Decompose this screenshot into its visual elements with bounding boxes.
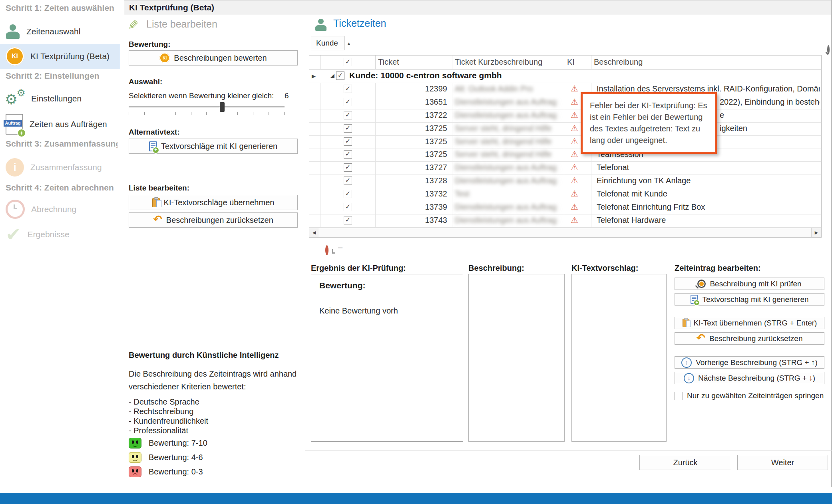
table-row[interactable]: 13725 Server steht, dringend Hilfe bbox=[309, 135, 821, 149]
description-cell: Telefonat Einrichtung Fritz Box bbox=[597, 202, 820, 212]
rating-slider-thumb[interactable] bbox=[220, 102, 225, 112]
result-heading: Bewertung: bbox=[319, 281, 463, 290]
button-label: Nächste Beschreibung (STRG + ↓) bbox=[698, 374, 815, 383]
scroll-right-arrow[interactable] bbox=[811, 228, 821, 237]
check-with-ki-button[interactable]: Beschreibung mit KI prüfen bbox=[675, 278, 824, 290]
bottom-bar bbox=[0, 493, 832, 504]
criterion: - Kundenfreundlichkeit bbox=[129, 417, 208, 426]
rating-slider-track[interactable] bbox=[129, 106, 285, 107]
textvorschlaege-generieren-button[interactable]: Textvorschläge mit KI generieren bbox=[129, 139, 298, 154]
table-row[interactable]: 13722 Dienstleistungen aus Auftrag 201..… bbox=[309, 109, 821, 123]
row-checkbox[interactable] bbox=[344, 98, 352, 106]
sidebar-item-zusammenfassung[interactable]: Zusammenfassung bbox=[0, 157, 120, 178]
table-row[interactable]: 13725 Server steht, dringend Hilfe igkei… bbox=[309, 122, 821, 136]
row-checkbox[interactable] bbox=[344, 190, 352, 198]
table-row[interactable]: 13743 Dienstleistungen aus Auftrag 204..… bbox=[309, 214, 821, 228]
row-checkbox[interactable] bbox=[344, 203, 352, 211]
select-all-checkbox[interactable] bbox=[344, 58, 352, 66]
ki-result-box: Bewertung: Keine Bewertung vorh bbox=[311, 274, 463, 442]
next-description-button[interactable]: Nächste Beschreibung (STRG + ↓) bbox=[675, 372, 824, 384]
description-cell: 2022), Einbindung in bestehende I bbox=[720, 97, 820, 107]
legend-label: Bewertung: 4-6 bbox=[149, 453, 203, 462]
panel-divider bbox=[305, 15, 305, 487]
ki-textvorschlaege-uebernehmen-button[interactable]: KI-Textvorschläge übernehmen bbox=[129, 195, 298, 210]
beschreibungen-bewerten-button[interactable]: KI Beschreibungen bewerten bbox=[129, 50, 298, 65]
rating-legend-mid: Bewertung: 4-6 bbox=[129, 452, 203, 463]
person-icon bbox=[6, 24, 20, 39]
row-checkbox[interactable] bbox=[344, 137, 352, 146]
yellow-robot-icon bbox=[129, 452, 141, 463]
sidebar-item-einstellungen[interactable]: Einstellungen bbox=[0, 89, 120, 109]
sidebar-item-abrechnung[interactable]: Abrechnung bbox=[0, 199, 120, 220]
ticket-short-redacted: Server steht, dringend Hilfe bbox=[455, 137, 559, 146]
column-header-kurzbeschreibung[interactable]: Ticket Kurzbeschreibung bbox=[455, 58, 542, 67]
magnifier-eye-icon bbox=[697, 280, 706, 288]
table-row[interactable]: 13725 Server steht, dringend Hilfe Teams… bbox=[309, 148, 821, 162]
row-checkbox[interactable] bbox=[344, 163, 352, 172]
row-checkbox[interactable] bbox=[344, 177, 352, 185]
sidebar-item-label: Zeiten aus Aufträgen bbox=[30, 119, 107, 129]
apply-ki-text-button[interactable]: KI-Text übernehmen (STRG + Enter) bbox=[675, 317, 824, 329]
auswahl-label: Auswahl: bbox=[129, 77, 162, 86]
sidebar-item-ki-textpruefung[interactable]: KI KI Textprüfung (Beta) bbox=[0, 44, 120, 69]
edit-entry-label: Zeiteintrag bearbeiten: bbox=[675, 264, 761, 273]
sidebar-item-label: Ergebnisse bbox=[28, 230, 70, 239]
table-row[interactable]: 13732 Test Telefonat mit Kunde bbox=[309, 188, 821, 201]
group-row[interactable]: Kunde: 10000 c-entron software gmbh bbox=[309, 69, 821, 83]
ticket-number: 13732 bbox=[375, 189, 447, 198]
column-header-beschreibung[interactable]: Beschreibung bbox=[594, 58, 643, 67]
button-label: Textvorschlag mit KI generieren bbox=[702, 295, 808, 304]
sidebar-item-ergebnisse[interactable]: Ergebnisse bbox=[0, 224, 120, 245]
sidebar-item-zeitenauswahl[interactable]: Zeitenauswahl bbox=[0, 22, 120, 42]
suggestion-textarea[interactable] bbox=[571, 274, 667, 442]
warning-icon bbox=[571, 97, 578, 106]
table-row[interactable]: 12399 Alt: Outlook Addin Pro Installatio… bbox=[309, 83, 821, 96]
group-checkbox[interactable] bbox=[336, 71, 344, 80]
row-checkbox[interactable] bbox=[344, 150, 352, 159]
previous-description-button[interactable]: Vorherige Beschreibung (STRG + ↑) bbox=[675, 356, 824, 369]
next-button[interactable]: Weiter bbox=[737, 455, 828, 470]
back-button[interactable]: Zurück bbox=[639, 455, 731, 470]
column-header-ki[interactable]: KI bbox=[567, 58, 575, 67]
warning-icon bbox=[571, 150, 578, 159]
ticket-short-redacted: Dienstleistungen aus Auftrag 201... bbox=[455, 176, 559, 185]
reset-description-button[interactable]: Beschreibung zurücksetzen bbox=[675, 332, 824, 345]
description-textarea[interactable] bbox=[468, 274, 565, 442]
criterion: - Rechtschreibung bbox=[129, 407, 193, 416]
liste-bearbeiten-title: Liste bearbeiten bbox=[146, 18, 217, 30]
row-checkbox[interactable] bbox=[344, 85, 352, 93]
table-row[interactable]: 13728 Dienstleistungen aus Auftrag 201..… bbox=[309, 175, 821, 188]
ticket-number: 13651 bbox=[375, 97, 447, 107]
clock-icon bbox=[6, 200, 25, 219]
rating-legend-good: Bewertung: 7-10 bbox=[129, 438, 207, 448]
table-row[interactable]: 13727 Dienstleistungen aus Auftrag 201..… bbox=[309, 161, 821, 175]
row-checkbox[interactable] bbox=[344, 124, 352, 133]
table-row[interactable]: 13651 Dienstleistungen aus Auftrag 201..… bbox=[309, 96, 821, 109]
beschreibungen-zuruecksetzen-button[interactable]: Beschreibungen zurücksetzen bbox=[129, 212, 298, 228]
panel-title: KI Textprüfung (Beta) bbox=[129, 3, 214, 12]
legend-label: Bewertung: 7-10 bbox=[149, 439, 207, 448]
button-label: KI-Text übernehmen (STRG + Enter) bbox=[694, 319, 817, 327]
rating-legend-bad: Bewertung: 0-3 bbox=[129, 466, 203, 477]
sidebar-item-label: Abrechnung bbox=[31, 204, 76, 214]
table-row[interactable]: 13739 Dienstleistungen aus Auftrag 204..… bbox=[309, 201, 821, 214]
row-checkbox[interactable] bbox=[344, 216, 352, 224]
jump-checkbox[interactable] bbox=[675, 392, 683, 400]
slider-ticks bbox=[129, 112, 285, 115]
group-expander-icon[interactable] bbox=[330, 72, 334, 79]
group-by-kunde-button[interactable]: Kunde bbox=[311, 36, 344, 50]
scroll-left-arrow[interactable] bbox=[309, 228, 319, 237]
generate-suggestion-button[interactable]: Textvorschlag mit KI generieren bbox=[675, 293, 824, 306]
sidebar-item-label: Zeitenauswahl bbox=[26, 27, 80, 36]
group-by-label: Kunde bbox=[316, 39, 338, 48]
plus-icon bbox=[17, 129, 26, 137]
order-document-icon: Auftrag bbox=[6, 114, 23, 135]
warning-icon bbox=[571, 124, 578, 133]
row-checkbox[interactable] bbox=[344, 111, 352, 119]
ticketzeiten-icon bbox=[315, 19, 327, 31]
column-header-ticket[interactable]: Ticket bbox=[378, 58, 399, 67]
search-icon[interactable] bbox=[827, 45, 830, 54]
table-horizontal-scrollbar[interactable] bbox=[309, 228, 822, 238]
ticket-number: 13725 bbox=[375, 150, 447, 159]
sidebar-item-zeiten-aus-auftraegen[interactable]: Auftrag Zeiten aus Aufträgen bbox=[0, 113, 120, 135]
